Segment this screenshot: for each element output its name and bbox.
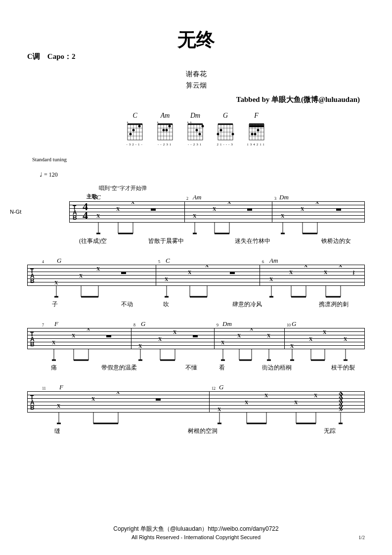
svg-text:X: X [52,340,56,345]
chord-name-label: G [223,112,228,120]
svg-text:𝄽: 𝄽 [352,270,355,276]
tab-staff-row: G C Am TAB 4 5 6 X X X X X X X X X X X [27,265,365,308]
chord-name-label: Dm [190,112,200,120]
measure-number: 10 [287,323,291,327]
lyric-text: 携凛冽的刺 [319,300,348,309]
chord-fingering: --231 [158,142,173,146]
lyric-text: 肆意的冷风 [232,300,262,309]
chord-fingering: --231 [188,142,203,146]
svg-text:X: X [213,206,217,212]
svg-text:X: X [158,336,162,342]
lyric-text: 树根的空洞 [188,427,218,435]
copyright-line: Copyright 单眼大鱼（@luluaudan）http://weibo.c… [0,525,392,533]
measure-number: 4 [42,260,44,264]
measure-number: 7 [42,323,44,327]
svg-text:X: X [301,206,305,212]
svg-text:X: X [165,277,169,282]
svg-rect-61 [249,125,264,127]
svg-text:X: X [72,333,76,338]
svg-text:X: X [281,213,285,219]
svg-text:x: x [187,121,189,124]
chord-marker: G [292,320,296,328]
svg-point-39 [199,133,201,136]
svg-rect-127 [106,335,111,337]
tab-notation: XXX XXXXX XXXXXX [27,391,366,428]
svg-text:X: X [314,393,318,398]
svg-rect-95 [121,272,126,274]
chord-grid-icon: x [126,121,144,142]
capo-info: C调 Capo：2 [27,52,76,61]
svg-text:X: X [315,201,319,205]
svg-text:X: X [188,270,192,275]
svg-text:X: X [131,201,135,205]
lyric-text: 看 [219,364,225,372]
tab-notation: X X X X X X X X X [69,201,366,238]
svg-text:X: X [227,201,231,205]
svg-point-23 [169,125,171,128]
svg-rect-86 [336,209,341,211]
svg-point-50 [217,133,219,136]
chord-marker: G [141,320,145,328]
svg-text:X: X [324,270,328,275]
tab-staff: TAB 44 1 2 3 X X X X X X [27,201,365,222]
svg-rect-104 [230,272,235,274]
artist-name: 谢春花 [27,70,365,79]
lyric-text: 迷失在竹林中 [235,237,270,245]
tab-staff-row: F G Dm G TAB 7 8 9 10 XXX XXX XXXX XXXX [27,328,365,371]
chord-diagram: F 134211 [247,112,266,146]
svg-text:X: X [264,393,268,398]
svg-text:X: X [250,328,254,331]
svg-text:X: X [96,266,100,272]
svg-text:X: X [309,336,313,342]
tab-staff: TAB 4 5 6 X X X X X X X X X X X 𝄽 [27,265,365,285]
lyric-text: 缝 [54,427,60,435]
measure-number: 9 [217,323,218,327]
chord-fingering: -32-1- [126,142,144,146]
svg-text:X: X [289,270,293,275]
svg-rect-136 [193,335,198,337]
svg-text:X: X [205,265,209,268]
svg-point-11 [132,129,135,132]
svg-text:X: X [269,277,273,282]
lyric-text: (往事成)空 [79,237,107,245]
svg-text:X: X [344,336,348,342]
chord-marker: F [54,320,58,328]
tab-notation: XXX XXX XXXX XXXX [27,328,366,365]
svg-text:X: X [116,206,120,212]
page-number: 1/2 [358,535,365,540]
svg-point-24 [163,129,165,132]
chord-diagram-row: C x -32-1- Am x --231 Dm xx --231 G 21--… [27,112,365,146]
svg-point-37 [202,125,204,128]
svg-rect-77 [247,209,252,211]
lyric-text: 不动 [121,300,133,309]
lyric-text: 痛 [51,364,57,372]
svg-point-12 [130,133,132,136]
svg-text:X: X [87,328,90,331]
tuning-label: Standard tuning [32,156,365,162]
measure-number: 1 [94,196,96,201]
tab-staff: TAB 11 12 XXX XXXXX XXXXXX [27,391,365,412]
measure-number: 3 [274,196,276,201]
chord-diagram: G 21---3 [217,112,234,146]
chord-grid-icon [217,121,234,142]
svg-text:X: X [323,329,327,335]
lyric-text: 枝干的裂 [331,364,355,372]
footer: Copyright 单眼大鱼（@luluaudan）http://weibo.c… [0,525,392,540]
svg-text:X: X [245,400,249,405]
svg-text:X: X [79,273,83,278]
svg-text:X: X [290,343,294,349]
svg-text:X: X [237,333,241,338]
tab-notation: X X X X X X X X X X X 𝄽 [27,265,366,302]
instrument-label: N-Gt [10,209,21,215]
album-name: 算云烟 [27,81,365,90]
svg-text:X: X [339,265,343,268]
svg-point-62 [257,129,259,132]
svg-text:X: X [116,391,120,395]
svg-text:X: X [193,213,197,219]
svg-text:X: X [91,396,95,402]
lyric-text: 吹 [163,300,169,309]
lyric-text: 子 [52,300,58,309]
chord-marker: Dm [279,193,289,201]
svg-text:x: x [157,121,159,124]
chord-diagram: Am x --231 [156,112,174,146]
